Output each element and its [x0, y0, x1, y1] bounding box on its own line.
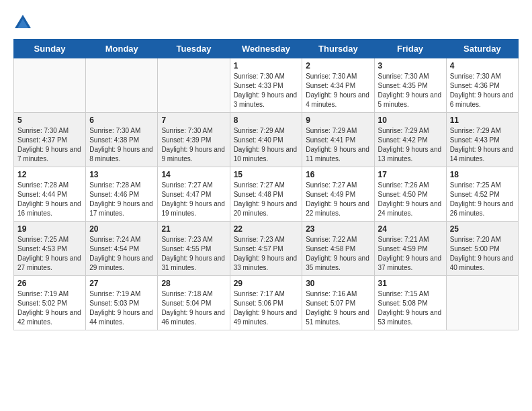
- day-number: 12: [17, 170, 82, 179]
- day-number: 30: [306, 279, 370, 288]
- day-info: Sunrise: 7:30 AM Sunset: 4:34 PM Dayligh…: [306, 72, 370, 109]
- day-cell: 24Sunrise: 7:21 AM Sunset: 4:59 PM Dayli…: [374, 222, 446, 276]
- day-info: Sunrise: 7:17 AM Sunset: 5:06 PM Dayligh…: [234, 289, 299, 327]
- day-info: Sunrise: 7:28 AM Sunset: 4:44 PM Dayligh…: [17, 181, 82, 218]
- day-cell: 26Sunrise: 7:19 AM Sunset: 5:02 PM Dayli…: [14, 276, 86, 330]
- day-cell: 19Sunrise: 7:25 AM Sunset: 4:53 PM Dayli…: [14, 222, 86, 276]
- day-info: Sunrise: 7:24 AM Sunset: 4:54 PM Dayligh…: [89, 235, 154, 273]
- day-number: 16: [306, 170, 370, 179]
- day-cell: 15Sunrise: 7:27 AM Sunset: 4:48 PM Dayli…: [230, 167, 302, 222]
- day-info: Sunrise: 7:29 AM Sunset: 4:41 PM Dayligh…: [306, 126, 370, 164]
- day-cell: 18Sunrise: 7:25 AM Sunset: 4:52 PM Dayli…: [446, 167, 518, 222]
- day-number: 19: [17, 224, 82, 234]
- day-cell: 4Sunrise: 7:30 AM Sunset: 4:36 PM Daylig…: [446, 58, 518, 113]
- day-number: 18: [450, 170, 515, 179]
- day-number: 15: [234, 170, 299, 179]
- day-info: Sunrise: 7:30 AM Sunset: 4:35 PM Dayligh…: [378, 72, 443, 109]
- day-info: Sunrise: 7:29 AM Sunset: 4:42 PM Dayligh…: [378, 126, 443, 164]
- weekday-header-saturday: Saturday: [446, 40, 518, 58]
- week-row-3: 12Sunrise: 7:28 AM Sunset: 4:44 PM Dayli…: [14, 167, 519, 222]
- day-cell: 14Sunrise: 7:27 AM Sunset: 4:47 PM Dayli…: [158, 167, 230, 222]
- day-cell: 10Sunrise: 7:29 AM Sunset: 4:42 PM Dayli…: [374, 113, 446, 167]
- day-info: Sunrise: 7:23 AM Sunset: 4:57 PM Dayligh…: [234, 235, 299, 273]
- day-info: Sunrise: 7:19 AM Sunset: 5:03 PM Dayligh…: [89, 289, 154, 327]
- day-info: Sunrise: 7:27 AM Sunset: 4:47 PM Dayligh…: [161, 181, 226, 218]
- weekday-header-friday: Friday: [374, 40, 446, 58]
- day-info: Sunrise: 7:29 AM Sunset: 4:43 PM Dayligh…: [450, 126, 515, 164]
- day-number: 10: [378, 116, 443, 125]
- weekday-header-sunday: Sunday: [14, 40, 86, 58]
- day-info: Sunrise: 7:25 AM Sunset: 4:52 PM Dayligh…: [450, 181, 515, 218]
- day-number: 17: [378, 170, 443, 179]
- day-number: 24: [378, 224, 443, 234]
- weekday-header-thursday: Thursday: [302, 40, 374, 58]
- page-header: [13, 13, 519, 32]
- day-info: Sunrise: 7:16 AM Sunset: 5:07 PM Dayligh…: [306, 289, 370, 327]
- day-info: Sunrise: 7:30 AM Sunset: 4:33 PM Dayligh…: [234, 72, 299, 109]
- day-cell: 9Sunrise: 7:29 AM Sunset: 4:41 PM Daylig…: [302, 113, 374, 167]
- week-row-2: 5Sunrise: 7:30 AM Sunset: 4:37 PM Daylig…: [14, 113, 519, 167]
- week-row-4: 19Sunrise: 7:25 AM Sunset: 4:53 PM Dayli…: [14, 222, 519, 276]
- day-number: 21: [161, 224, 226, 234]
- day-info: Sunrise: 7:25 AM Sunset: 4:53 PM Dayligh…: [17, 235, 82, 273]
- day-number: 22: [234, 224, 299, 234]
- weekday-header-row: SundayMondayTuesdayWednesdayThursdayFrid…: [14, 40, 519, 58]
- day-cell: 28Sunrise: 7:18 AM Sunset: 5:04 PM Dayli…: [158, 276, 230, 330]
- day-number: 28: [161, 279, 226, 288]
- day-cell: 8Sunrise: 7:29 AM Sunset: 4:40 PM Daylig…: [230, 113, 302, 167]
- logo-icon: [13, 13, 32, 32]
- day-number: 5: [17, 116, 82, 125]
- day-number: 6: [89, 116, 154, 125]
- day-cell: 16Sunrise: 7:27 AM Sunset: 4:49 PM Dayli…: [302, 167, 374, 222]
- weekday-header-monday: Monday: [86, 40, 158, 58]
- day-info: Sunrise: 7:30 AM Sunset: 4:38 PM Dayligh…: [89, 126, 154, 164]
- day-info: Sunrise: 7:30 AM Sunset: 4:37 PM Dayligh…: [17, 126, 82, 164]
- day-info: Sunrise: 7:19 AM Sunset: 5:02 PM Dayligh…: [17, 289, 82, 327]
- day-info: Sunrise: 7:22 AM Sunset: 4:58 PM Dayligh…: [306, 235, 370, 273]
- day-info: Sunrise: 7:26 AM Sunset: 4:50 PM Dayligh…: [378, 181, 443, 218]
- day-cell: 22Sunrise: 7:23 AM Sunset: 4:57 PM Dayli…: [230, 222, 302, 276]
- day-info: Sunrise: 7:27 AM Sunset: 4:48 PM Dayligh…: [234, 181, 299, 218]
- day-cell: [446, 276, 518, 330]
- day-number: 27: [89, 279, 154, 288]
- day-number: 1: [234, 61, 299, 71]
- day-number: 7: [161, 116, 226, 125]
- day-info: Sunrise: 7:30 AM Sunset: 4:36 PM Dayligh…: [450, 72, 515, 109]
- week-row-1: 1Sunrise: 7:30 AM Sunset: 4:33 PM Daylig…: [14, 58, 519, 113]
- weekday-header-tuesday: Tuesday: [158, 40, 230, 58]
- day-number: 8: [234, 116, 299, 125]
- day-cell: 5Sunrise: 7:30 AM Sunset: 4:37 PM Daylig…: [14, 113, 86, 167]
- day-number: 9: [306, 116, 370, 125]
- day-cell: 27Sunrise: 7:19 AM Sunset: 5:03 PM Dayli…: [86, 276, 158, 330]
- day-cell: 7Sunrise: 7:30 AM Sunset: 4:39 PM Daylig…: [158, 113, 230, 167]
- day-info: Sunrise: 7:28 AM Sunset: 4:46 PM Dayligh…: [89, 181, 154, 218]
- day-number: 14: [161, 170, 226, 179]
- day-number: 23: [306, 224, 370, 234]
- day-number: 13: [89, 170, 154, 179]
- day-cell: 2Sunrise: 7:30 AM Sunset: 4:34 PM Daylig…: [302, 58, 374, 113]
- day-cell: [14, 58, 86, 113]
- day-number: 25: [450, 224, 515, 234]
- day-cell: 1Sunrise: 7:30 AM Sunset: 4:33 PM Daylig…: [230, 58, 302, 113]
- day-number: 2: [306, 61, 370, 71]
- day-number: 20: [89, 224, 154, 234]
- day-number: 4: [450, 61, 515, 71]
- day-cell: 30Sunrise: 7:16 AM Sunset: 5:07 PM Dayli…: [302, 276, 374, 330]
- day-info: Sunrise: 7:20 AM Sunset: 5:00 PM Dayligh…: [450, 235, 515, 273]
- day-number: 11: [450, 116, 515, 125]
- day-cell: 17Sunrise: 7:26 AM Sunset: 4:50 PM Dayli…: [374, 167, 446, 222]
- day-number: 26: [17, 279, 82, 288]
- day-cell: 23Sunrise: 7:22 AM Sunset: 4:58 PM Dayli…: [302, 222, 374, 276]
- day-cell: 13Sunrise: 7:28 AM Sunset: 4:46 PM Dayli…: [86, 167, 158, 222]
- calendar-table: SundayMondayTuesdayWednesdayThursdayFrid…: [13, 39, 519, 330]
- day-number: 29: [234, 279, 299, 288]
- logo: [13, 13, 35, 32]
- day-cell: 31Sunrise: 7:15 AM Sunset: 5:08 PM Dayli…: [374, 276, 446, 330]
- day-number: 3: [378, 61, 443, 71]
- day-cell: 3Sunrise: 7:30 AM Sunset: 4:35 PM Daylig…: [374, 58, 446, 113]
- day-info: Sunrise: 7:21 AM Sunset: 4:59 PM Dayligh…: [378, 235, 443, 273]
- day-info: Sunrise: 7:29 AM Sunset: 4:40 PM Dayligh…: [234, 126, 299, 164]
- day-cell: 12Sunrise: 7:28 AM Sunset: 4:44 PM Dayli…: [14, 167, 86, 222]
- weekday-header-wednesday: Wednesday: [230, 40, 302, 58]
- day-cell: [158, 58, 230, 113]
